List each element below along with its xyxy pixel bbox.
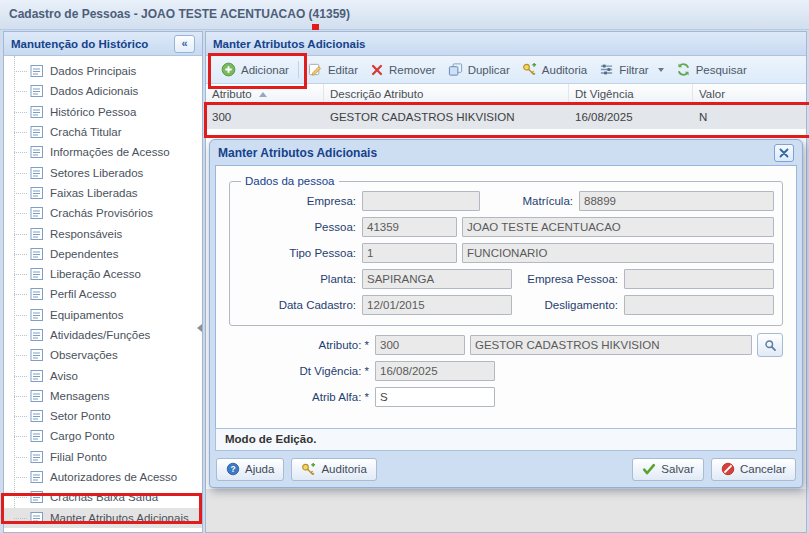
dados-da-pessoa-fieldset: Dados da pessoa Empresa: Matrícula: Pess… <box>229 175 783 326</box>
sidebar-item-perfil-acesso[interactable]: Perfil Acesso <box>4 284 202 304</box>
sidebar-item-atividades-funcoes[interactable]: Atividades/Funções <box>4 325 202 345</box>
form-row-atrib-alfa: Atrib Alfa: * <box>216 384 796 410</box>
item-label: Dados Adicionais <box>50 85 138 97</box>
sidebar-item-aviso[interactable]: Aviso <box>4 365 202 385</box>
item-label: Manter Atributos Adicionais <box>50 512 189 524</box>
dialog-title: Manter Atributos Adicionais <box>218 146 377 160</box>
sidebar-item-equipamentos[interactable]: Equipamentos <box>4 305 202 325</box>
form-icon <box>30 531 44 532</box>
data-cadastro-field <box>362 295 512 315</box>
filter-dropdown-caret[interactable] <box>658 68 664 72</box>
dialog-footer: ? Ajuda Auditoria Salvar Cancelar <box>215 451 797 482</box>
cell-descricao: GESTOR CADASTROS HIKVISION <box>324 105 569 129</box>
editar-button[interactable]: Editar <box>302 59 364 81</box>
annotation-red-dot <box>312 24 319 30</box>
form-icon <box>30 166 44 180</box>
sidebar-item-historico-pessoa[interactable]: Histórico Pessoa <box>4 102 202 122</box>
pesquisar-button[interactable]: Pesquisar <box>670 59 753 81</box>
filtrar-button[interactable]: Filtrar <box>593 59 669 81</box>
sidebar-item-filial-ponto[interactable]: Filial Ponto <box>4 447 202 467</box>
collapse-button[interactable]: « <box>174 35 195 53</box>
column-header-valor[interactable]: Valor <box>693 84 806 104</box>
dt-vigencia-field <box>375 361 495 381</box>
remover-button[interactable]: Remover <box>364 59 442 81</box>
red-x-icon <box>370 63 384 77</box>
item-label: Dados Principais <box>50 65 136 77</box>
dialog-header[interactable]: Manter Atributos Adicionais <box>215 140 797 165</box>
atributo-lookup-button[interactable] <box>757 333 783 357</box>
cell-atributo: 300 <box>206 105 324 129</box>
sidebar-item-setores-de-acesso[interactable]: Setores de Acesso <box>4 528 202 532</box>
form-icon <box>30 145 44 159</box>
atributo-label: Atributo: * <box>229 339 369 351</box>
cell-valor: N <box>693 105 806 129</box>
form-icon <box>30 247 44 261</box>
dialog-status-bar: Modo de Edição. <box>215 428 797 451</box>
sidebar-item-setor-ponto[interactable]: Setor Ponto <box>4 406 202 426</box>
dt-vigencia-label: Dt Vigência: * <box>229 365 369 377</box>
form-row: Planta: Empresa Pessoa: <box>238 266 774 292</box>
sidebar-item-manter-atributos-adicionais[interactable]: Manter Atributos Adicionais <box>4 508 202 528</box>
sidebar-item-dados-principais[interactable]: Dados Principais <box>4 61 202 81</box>
sidebar-item-crachas-baixa-saida[interactable]: Crachás Baixa Saída <box>4 487 202 507</box>
sidebar-item-informacoes-de-acesso[interactable]: Informações de Acesso <box>4 142 202 162</box>
grid-header: Atributo Descrição Atributo Dt Vigência … <box>206 84 806 105</box>
auditoria-footer-button[interactable]: Auditoria <box>291 458 376 481</box>
item-label: Equipamentos <box>50 309 124 321</box>
sidebar-item-crachas-provisorios[interactable]: Crachás Provisórios <box>4 203 202 223</box>
duplicar-button[interactable]: Duplicar <box>442 59 516 81</box>
empresa-label: Empresa: <box>238 195 356 207</box>
item-label: Cargo Ponto <box>50 430 115 442</box>
sidebar-item-liberacao-acesso[interactable]: Liberação Acesso <box>4 264 202 284</box>
sidebar-item-setores-liberados[interactable]: Setores Liberados <box>4 162 202 182</box>
empresa-field <box>362 191 480 211</box>
splitter-collapse-arrow[interactable] <box>197 324 202 332</box>
sidebar-item-responsaveis[interactable]: Responsáveis <box>4 223 202 243</box>
form-row: Empresa: Matrícula: <box>238 188 774 214</box>
close-button[interactable] <box>774 144 794 162</box>
history-tree: Dados Principais Dados Adicionais Histór… <box>4 56 202 532</box>
item-label: Perfil Acesso <box>50 288 116 300</box>
adicionar-button[interactable]: Adicionar <box>215 59 295 81</box>
sidebar-item-mensagens[interactable]: Mensagens <box>4 386 202 406</box>
form-icon <box>30 206 44 220</box>
sidebar-item-dependentes[interactable]: Dependentes <box>4 244 202 264</box>
sidebar-title: Manutenção do Histórico <box>11 38 148 50</box>
salvar-button[interactable]: Salvar <box>632 458 704 481</box>
tipo-pessoa-code-field <box>362 243 457 263</box>
empresa-pessoa-label: Empresa Pessoa: <box>512 273 618 285</box>
item-label: Crachás Provisórios <box>50 207 153 219</box>
column-header-dt-vigencia[interactable]: Dt Vigência <box>569 84 693 104</box>
button-label: Cancelar <box>740 463 786 475</box>
svg-text:?: ? <box>230 464 235 474</box>
data-cadastro-label: Data Cadastro: <box>238 299 356 311</box>
button-label: Auditoria <box>321 463 366 475</box>
column-header-atributo[interactable]: Atributo <box>206 84 324 104</box>
sidebar-item-observacoes[interactable]: Observações <box>4 345 202 365</box>
atrib-alfa-field[interactable] <box>375 387 495 407</box>
main-panel-header: Manter Atributos Adicionais <box>206 32 806 56</box>
item-label: Dependentes <box>50 248 118 260</box>
ajuda-button[interactable]: ? Ajuda <box>216 458 284 481</box>
cancelar-button[interactable]: Cancelar <box>711 458 796 481</box>
sidebar-item-dados-adicionais[interactable]: Dados Adicionais <box>4 81 202 101</box>
sidebar-item-cargo-ponto[interactable]: Cargo Ponto <box>4 426 202 446</box>
auditoria-button[interactable]: Auditoria <box>516 59 593 81</box>
item-label: Crachá Titular <box>50 126 122 138</box>
sidebar-item-cracha-titular[interactable]: Crachá Titular <box>4 122 202 142</box>
magnifier-icon <box>764 339 777 352</box>
form-row: Tipo Pessoa: <box>238 240 774 266</box>
key-icon <box>301 462 316 477</box>
form-icon <box>30 409 44 423</box>
button-label: Adicionar <box>241 64 289 76</box>
item-label: Aviso <box>50 370 78 382</box>
planta-field <box>362 269 512 289</box>
sort-asc-icon <box>259 92 267 97</box>
sidebar-item-faixas-liberadas[interactable]: Faixas Liberadas <box>4 183 202 203</box>
column-header-descricao-atributo[interactable]: Descrição Atributo <box>324 84 569 104</box>
form-row: Pessoa: <box>238 214 774 240</box>
form-icon <box>30 348 44 362</box>
grid-row-selected[interactable]: 300 GESTOR CADASTROS HIKVISION 16/08/202… <box>206 105 806 129</box>
pessoa-name-field <box>462 217 774 237</box>
sidebar-item-autorizadores-de-acesso[interactable]: Autorizadores de Acesso <box>4 467 202 487</box>
